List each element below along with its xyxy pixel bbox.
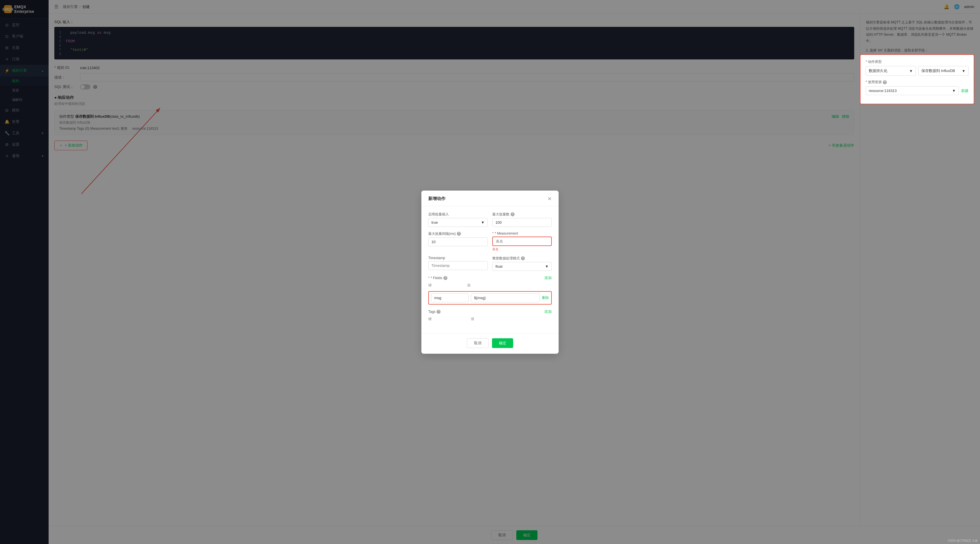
tags-columns: 键 值 — [428, 317, 552, 323]
chevron-down-icon-integer: ▼ — [545, 264, 549, 268]
fields-val-input[interactable] — [471, 293, 540, 302]
modal-row-2: 最大批量间隔(ms) ? * * Measurement 表名 — [428, 232, 552, 251]
batch-insert-select[interactable]: true ▼ — [428, 218, 488, 227]
modal-group-measurement: * * Measurement 表名 — [492, 232, 552, 251]
fields-add-button[interactable]: 添加 — [544, 276, 552, 281]
measurement-error-text: 表名 — [492, 247, 552, 251]
fields-title-text: * Fields — [431, 276, 442, 280]
integer-mode-label-text: 整形数据处理模式 — [492, 256, 520, 261]
timestamp-input[interactable] — [428, 261, 488, 270]
max-interval-label-text: 最大批量间隔(ms) — [428, 232, 456, 236]
atp-resource-row: resource:116313 ▼ 新建 — [865, 86, 969, 95]
tags-help-icon[interactable]: ? — [436, 310, 441, 314]
max-interval-label: 最大批量间隔(ms) ? — [428, 232, 488, 236]
modal-row-3: Timestamp 整形数据处理模式 ? float ▼ — [428, 256, 552, 271]
max-interval-input[interactable] — [428, 238, 488, 246]
batch-insert-value: true — [431, 220, 438, 225]
modal-title: 新增动作 — [428, 196, 445, 201]
modal-confirm-button[interactable]: 确定 — [492, 338, 513, 348]
fields-row-highlighted: 删除 — [428, 291, 552, 305]
chevron-down-icon-resource: ▼ — [952, 89, 956, 93]
fields-help-icon[interactable]: ? — [444, 276, 447, 280]
action-type-panel: * 动作类型 数据持久化 ▼ 保存数据到 InfluxDB ▼ * 使用资源 ?… — [860, 54, 974, 104]
max-batch-help-icon[interactable]: ? — [511, 212, 515, 216]
atp-type-row: 数据持久化 ▼ 保存数据到 InfluxDB ▼ — [865, 66, 969, 76]
fields-columns: 键 值 — [428, 283, 552, 289]
chevron-down-icon-atp-right: ▼ — [962, 69, 966, 73]
fields-title: * * Fields ? — [428, 276, 447, 280]
atp-resource-label-text: * 使用资源 — [865, 80, 881, 84]
atp-type-section: * 动作类型 数据持久化 ▼ 保存数据到 InfluxDB ▼ — [865, 59, 969, 76]
tags-title: Tags ? — [428, 310, 441, 314]
fields-delete-button[interactable]: 删除 — [542, 295, 549, 300]
atp-resource-label: * 使用资源 ? — [865, 80, 969, 84]
max-interval-help-icon[interactable]: ? — [457, 232, 461, 236]
fields-key-col: 键 — [428, 283, 465, 288]
atp-type-label-text: * 动作类型 — [865, 59, 881, 64]
modal-footer: 取消 确定 — [422, 333, 558, 354]
modal-group-max-interval: 最大批量间隔(ms) ? — [428, 232, 488, 251]
modal-group-timestamp: Timestamp — [428, 256, 488, 271]
modal-header: 新增动作 ✕ — [422, 190, 558, 206]
atp-type-right-value: 保存数据到 InfluxDB — [921, 68, 955, 73]
measurement-label: * * Measurement — [492, 232, 552, 235]
atp-resource-value: resource:116313 — [869, 89, 897, 93]
modal-row-1: 启用批量插入 true ▼ 最大批量数 ? — [428, 212, 552, 227]
modal-cancel-button[interactable]: 取消 — [467, 338, 488, 348]
chevron-down-icon-atp-left: ▼ — [909, 69, 913, 73]
tags-add-button[interactable]: 添加 — [544, 309, 552, 314]
watermark: CSDN @CTRACE 大笨 — [948, 539, 978, 543]
measurement-required: * — [492, 232, 494, 235]
fields-val-col: 值 — [467, 283, 540, 288]
tags-key-col: 键 — [428, 317, 469, 322]
max-batch-label: 最大批量数 ? — [492, 212, 552, 217]
chevron-down-icon-batch: ▼ — [481, 220, 485, 225]
atp-type-left-select[interactable]: 数据持久化 ▼ — [865, 66, 916, 76]
tags-val-col: 值 — [471, 317, 552, 322]
atp-type-label: * 动作类型 — [865, 59, 969, 64]
atp-type-right-select[interactable]: 保存数据到 InfluxDB ▼ — [918, 66, 969, 76]
atp-new-button[interactable]: 新建 — [961, 88, 969, 94]
atp-type-left-value: 数据持久化 — [869, 68, 888, 73]
tags-header: Tags ? 添加 — [428, 309, 552, 314]
measurement-label-text: * Measurement — [495, 232, 518, 235]
timestamp-label: Timestamp — [428, 256, 488, 260]
measurement-input[interactable] — [492, 236, 552, 246]
modal-group-max-batch: 最大批量数 ? — [492, 212, 552, 227]
fields-header: * * Fields ? 添加 — [428, 276, 552, 281]
modal-group-integer-mode: 整形数据处理模式 ? float ▼ — [492, 256, 552, 271]
integer-mode-help-icon[interactable]: ? — [521, 256, 525, 260]
atp-resource-select[interactable]: resource:116313 ▼ — [865, 86, 959, 95]
fields-required: * — [428, 276, 430, 280]
fields-section: * * Fields ? 添加 键 值 删除 — [428, 276, 552, 305]
batch-insert-label: 启用批量插入 — [428, 212, 488, 217]
modal-close-button[interactable]: ✕ — [547, 196, 552, 202]
new-action-modal: 新增动作 ✕ 启用批量插入 true ▼ 最大批量数 ? — [422, 190, 558, 354]
modal-body: 启用批量插入 true ▼ 最大批量数 ? — [422, 206, 558, 333]
integer-mode-select[interactable]: float ▼ — [492, 262, 552, 271]
batch-insert-label-text: 启用批量插入 — [428, 212, 449, 217]
modal-overlay[interactable]: 新增动作 ✕ 启用批量插入 true ▼ 最大批量数 ? — [0, 0, 980, 544]
fields-key-input[interactable] — [431, 293, 469, 302]
modal-group-batch-insert: 启用批量插入 true ▼ — [428, 212, 488, 227]
resource-help-icon[interactable]: ? — [883, 80, 887, 84]
integer-mode-value: float — [495, 264, 503, 268]
integer-mode-label: 整形数据处理模式 ? — [492, 256, 552, 261]
tags-title-text: Tags — [428, 310, 435, 314]
max-batch-input[interactable] — [492, 218, 552, 227]
tags-section: Tags ? 添加 键 值 — [428, 309, 552, 323]
atp-resource-section: * 使用资源 ? resource:116313 ▼ 新建 — [865, 80, 969, 95]
max-batch-label-text: 最大批量数 — [492, 212, 509, 217]
